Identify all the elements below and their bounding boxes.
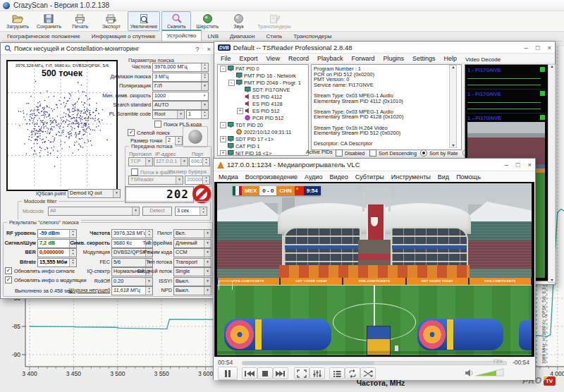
tab[interactable]: Диапазон [224, 31, 260, 41]
shuffle-button[interactable] [360, 367, 376, 379]
tree-item[interactable]: ES PID 4112 [218, 93, 308, 100]
extended-settings-button[interactable] [309, 367, 325, 379]
pause-button[interactable] [218, 367, 238, 380]
tree-expander[interactable]: + [237, 108, 243, 114]
result-value-field[interactable]: Single [173, 267, 212, 276]
help-button[interactable]: ? [195, 45, 199, 53]
iqscan-select[interactable]: Demod IQ out [68, 189, 121, 198]
menu-item[interactable]: Субтитры [352, 173, 388, 180]
close-button[interactable]: × [547, 44, 551, 51]
detect-button[interactable]: Detect [142, 207, 172, 216]
menu-item[interactable]: Медиа [215, 173, 242, 180]
scroll-up-icon[interactable] [551, 66, 553, 68]
close-button[interactable]: × [207, 45, 211, 53]
menu-item[interactable]: View [262, 55, 284, 62]
tree-expander[interactable]: + [220, 136, 226, 142]
maximize-button[interactable]: □ [516, 161, 520, 169]
info-scrollbar[interactable] [449, 65, 457, 148]
tab[interactable]: Устройство [161, 30, 202, 41]
menu-item[interactable]: Аудио [301, 173, 326, 180]
scroll-down-icon[interactable] [452, 145, 455, 147]
menu-item[interactable]: Воспроизведение [242, 173, 301, 180]
playlist-button[interactable] [329, 367, 345, 379]
result-value-field[interactable]: CCM [173, 248, 212, 257]
buffer-size-input[interactable]: 200000 [185, 176, 210, 185]
result-value-field[interactable]: Вкл. [173, 229, 212, 238]
tree-item[interactable]: PCR PID 512 [218, 114, 308, 121]
minimize-button[interactable]: – [504, 161, 508, 169]
blind-search-checkbox[interactable]: Слепой поиск [128, 129, 170, 136]
next-button[interactable] [273, 367, 288, 379]
menu-item[interactable]: Export [235, 55, 262, 62]
sort-by-rate-radio[interactable]: Sort by Rate [420, 149, 458, 157]
blind-scan-button[interactable] [183, 126, 208, 147]
fullscreen-button[interactable] [294, 367, 309, 379]
menu-item[interactable]: Вид [434, 173, 453, 180]
result-value-field[interactable]: Выкл. [173, 277, 212, 286]
sort-descending-checkbox[interactable]: Sort Descending [369, 149, 417, 157]
tree-item[interactable]: - PMT PID 2048 - Progr. 1 [218, 79, 308, 86]
tree-item[interactable]: + ES PID 512 [218, 107, 308, 114]
minimize-button[interactable]: – [524, 44, 527, 51]
param-field[interactable]: 3 МГц [152, 73, 209, 82]
tree-item[interactable]: - PAT PID 0 [218, 65, 308, 72]
port-input[interactable]: 6961 [189, 157, 210, 166]
decode-entry-audio[interactable]: 1 - Fi17GNVE [466, 90, 546, 114]
tree-item[interactable]: - TDT PID 20 [218, 121, 308, 128]
ip-select[interactable]: 127.0.0.1 [154, 157, 188, 166]
modcode-select[interactable]: All [48, 207, 140, 216]
disabled-checkbox[interactable]: Disabled [336, 149, 364, 157]
menu-item[interactable]: Видео [326, 173, 351, 180]
result-value-field[interactable]: Длинный [173, 239, 212, 248]
param-field[interactable]: 1000 [152, 92, 209, 101]
menu-item[interactable]: Помощь [453, 173, 484, 180]
tree-item[interactable]: CAT PID 1 [218, 142, 308, 149]
tree-expander[interactable]: - [220, 66, 226, 72]
tree-item[interactable]: SDT: Fi17GNVE [218, 86, 308, 93]
stream-reader-select[interactable]: TSReader [128, 176, 183, 185]
menu-item[interactable]: Help [440, 55, 462, 62]
toolbar-button[interactable]: Загрузить [3, 11, 32, 31]
menu-item[interactable]: Plugins [379, 55, 408, 62]
tree-expander[interactable]: - [228, 80, 235, 86]
seek-bar[interactable] [242, 361, 507, 365]
toolbar-button[interactable]: Печать [66, 11, 95, 31]
menu-item[interactable]: Forward [347, 55, 379, 62]
pl-mode-select[interactable]: Root [152, 110, 185, 119]
result-value-field[interactable]: Transport [173, 258, 212, 267]
menu-item[interactable]: Инструменты [388, 173, 434, 180]
toolbar-button[interactable]: Сканить [161, 11, 191, 31]
toolbar-button[interactable]: Шерстить [192, 11, 222, 31]
toolbar-button[interactable]: Звук [223, 11, 253, 31]
toolbar-button[interactable]: Транспондеры [255, 11, 294, 31]
protocol-select[interactable]: TCP [128, 157, 153, 166]
tab[interactable]: LNB [202, 31, 224, 41]
tab[interactable]: Стиль [260, 31, 288, 41]
param-field[interactable]: 3976,000 МГц [152, 63, 209, 72]
toolbar-button[interactable]: Увеличение [128, 11, 161, 31]
tree-item[interactable]: + NIT PID 16 <1> [218, 149, 308, 156]
scroll-up-icon[interactable] [452, 66, 455, 68]
tree-item[interactable]: PMT PID 16 - Network [218, 72, 308, 79]
tree-item[interactable]: ES PID 4128 [218, 100, 308, 107]
tree-expander[interactable]: + [220, 150, 226, 157]
result-value-field[interactable]: Выкл. [173, 286, 212, 295]
loop-button[interactable] [345, 367, 360, 379]
close-button[interactable]: × [527, 161, 532, 169]
previous-button[interactable] [242, 367, 257, 379]
toolbar-button[interactable]: Сохранить [34, 11, 64, 31]
volume-slider[interactable] [476, 368, 504, 378]
param-field[interactable]: AUTO [152, 101, 209, 110]
maximize-button[interactable]: □ [536, 44, 540, 51]
video-decode-scrollbar[interactable] [548, 64, 556, 283]
menu-item[interactable]: Playback [313, 55, 348, 62]
menu-item[interactable]: Settings [408, 55, 440, 62]
tree-item[interactable]: + SDT PID 17 <1> [218, 135, 308, 142]
update-signal-checkbox[interactable]: Обновлять инфо сигнале [5, 267, 75, 274]
scroll-down-icon[interactable] [551, 279, 553, 281]
tab[interactable]: Информация о спутнике [86, 31, 161, 41]
stream-to-file-checkbox[interactable]: Поток в файл [131, 169, 173, 176]
video-frame[interactable]: FIFA.COM/TICKETSGET YOURS TODAYFIFA.COM/… [214, 182, 534, 357]
tree-expander[interactable]: - [220, 122, 226, 128]
decode-entry-audio[interactable]: 1 - Fi17GNVE [466, 66, 546, 90]
